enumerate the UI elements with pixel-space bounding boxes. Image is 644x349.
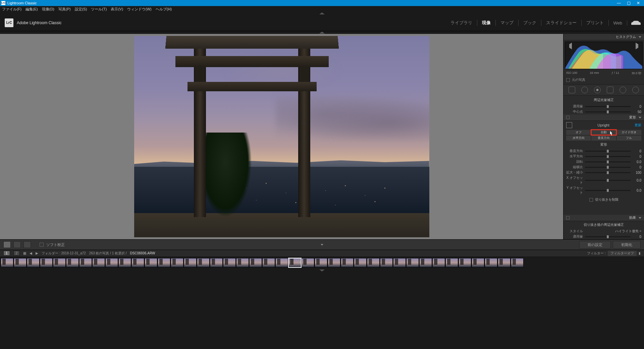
- close-icon[interactable]: ✕: [637, 1, 640, 5]
- module-tab-現像[interactable]: 現像: [477, 20, 496, 26]
- filmstrip-thumb[interactable]: [40, 258, 53, 267]
- filmstrip-thumb[interactable]: [472, 258, 484, 267]
- panel-toggle-icon[interactable]: [566, 216, 570, 219]
- upright-ガイド付き-button[interactable]: ガイド付き: [617, 130, 641, 135]
- filmstrip-thumb[interactable]: [184, 258, 197, 267]
- panel-header-histogram[interactable]: ヒストグラム: [564, 34, 644, 40]
- panel-header-transform[interactable]: 変形: [564, 114, 644, 121]
- filmstrip[interactable]: [0, 256, 644, 269]
- filter-dropdown[interactable]: フィルターオフ: [608, 251, 637, 256]
- filmstrip-thumb[interactable]: [288, 258, 301, 267]
- collapse-top-icon[interactable]: [0, 12, 644, 15]
- filmstrip-thumb[interactable]: [92, 258, 105, 267]
- filmstrip-thumb[interactable]: [406, 258, 419, 267]
- slider-適用量[interactable]: 適用量0: [564, 104, 644, 109]
- filmstrip-thumb[interactable]: [445, 258, 458, 267]
- filmstrip-thumb[interactable]: [275, 258, 288, 267]
- radial-tool-icon[interactable]: [620, 87, 626, 93]
- filmstrip-thumb[interactable]: [328, 258, 340, 267]
- menu-item[interactable]: ヘルプ(H): [156, 7, 172, 12]
- highlight-clip-icon[interactable]: [636, 43, 642, 49]
- filmstrip-thumb[interactable]: [1, 258, 13, 267]
- filmstrip-thumb[interactable]: [367, 258, 380, 267]
- filmstrip-thumb[interactable]: [158, 258, 170, 267]
- shadow-clip-icon[interactable]: [566, 43, 572, 49]
- filmstrip-thumb[interactable]: [197, 258, 210, 267]
- filmstrip-thumb[interactable]: [27, 258, 40, 267]
- menu-item[interactable]: 現像(D): [42, 7, 54, 12]
- module-tab-ライブラリ[interactable]: ライブラリ: [446, 20, 477, 26]
- collapse-header-icon[interactable]: [0, 31, 644, 34]
- grid-icon[interactable]: ▦: [23, 251, 26, 255]
- previous-settings-button[interactable]: 前の設定: [579, 241, 611, 249]
- redeye-tool-icon[interactable]: [594, 87, 601, 93]
- collapse-filmstrip-icon[interactable]: [0, 269, 644, 272]
- module-tab-Web[interactable]: Web: [609, 20, 628, 26]
- second-monitor-2[interactable]: 2: [13, 251, 20, 256]
- folder-path[interactable]: フォルダー : 2018-12-31_a72: [42, 251, 86, 256]
- menu-item[interactable]: ツール(T): [91, 7, 107, 12]
- filmstrip-thumb[interactable]: [66, 258, 79, 267]
- module-tab-スライドショー[interactable]: スライドショー: [541, 20, 582, 26]
- crop-tool-icon[interactable]: [569, 87, 575, 93]
- effects-style-dropdown[interactable]: ハイライト優先 ÷: [615, 229, 641, 234]
- minimize-icon[interactable]: —: [617, 1, 621, 5]
- slider-垂直方向[interactable]: 垂直方向0: [564, 148, 644, 154]
- original-checkbox[interactable]: 元の写真: [564, 76, 644, 84]
- filmstrip-thumb[interactable]: [262, 258, 275, 267]
- menu-item[interactable]: 表示(V): [111, 7, 123, 12]
- filmstrip-thumb[interactable]: [79, 258, 92, 267]
- filmstrip-thumb[interactable]: [498, 258, 511, 267]
- upright-自動-button[interactable]: 自動: [591, 130, 616, 135]
- filmstrip-thumb[interactable]: [341, 258, 354, 267]
- toolbar-dropdown-icon[interactable]: [320, 243, 324, 247]
- filmstrip-thumb[interactable]: [105, 258, 118, 267]
- filmstrip-thumb[interactable]: [419, 258, 432, 267]
- checkbox-icon[interactable]: [566, 78, 570, 82]
- filmstrip-thumb[interactable]: [236, 258, 249, 267]
- upright-水平方向-button[interactable]: 水平方向: [566, 136, 591, 141]
- filmstrip-thumb[interactable]: [302, 258, 314, 267]
- slider-適用量[interactable]: 適用量0: [564, 234, 644, 239]
- slider-水平方向[interactable]: 水平方向0: [564, 154, 644, 159]
- checkbox-icon[interactable]: [589, 198, 593, 202]
- canvas[interactable]: [0, 34, 563, 239]
- before-after-lr-icon[interactable]: [13, 241, 21, 248]
- filmstrip-thumb[interactable]: [393, 258, 406, 267]
- menu-item[interactable]: ファイル(F): [2, 7, 21, 12]
- filmstrip-thumb[interactable]: [459, 258, 471, 267]
- filmstrip-thumb[interactable]: [511, 258, 524, 267]
- module-tab-マップ[interactable]: マップ: [496, 20, 519, 26]
- panel-header-effects[interactable]: 効果: [564, 215, 644, 221]
- filmstrip-thumb[interactable]: [210, 258, 223, 267]
- filmstrip-thumb[interactable]: [145, 258, 157, 267]
- filmstrip-thumb[interactable]: [223, 258, 236, 267]
- loupe-view-icon[interactable]: [3, 241, 11, 248]
- reset-button[interactable]: 初期化: [613, 241, 641, 249]
- upright-オフ-button[interactable]: オフ: [566, 130, 591, 135]
- filmstrip-thumb[interactable]: [118, 258, 131, 267]
- upright-垂直方向-button[interactable]: 垂直方向: [591, 136, 616, 141]
- filmstrip-thumb[interactable]: [485, 258, 497, 267]
- grad-tool-icon[interactable]: [607, 87, 613, 93]
- filmstrip-thumb[interactable]: [14, 258, 26, 267]
- filmstrip-thumb[interactable]: [131, 258, 144, 267]
- nav-fwd-icon[interactable]: ▶: [36, 251, 38, 255]
- module-tab-プリント[interactable]: プリント: [582, 20, 609, 26]
- slider-中心点[interactable]: 中心点50: [564, 109, 644, 114]
- brush-tool-icon[interactable]: [632, 87, 639, 93]
- spot-tool-icon[interactable]: [581, 87, 588, 93]
- menu-item[interactable]: 設定(S): [75, 7, 87, 12]
- cloud-sync-icon[interactable]: [633, 21, 639, 25]
- histogram-display[interactable]: [565, 42, 643, 69]
- filmstrip-thumb[interactable]: [380, 258, 393, 267]
- slider-回転[interactable]: 回転0.0: [564, 159, 644, 164]
- panel-toggle-icon[interactable]: [566, 116, 570, 119]
- slider-拡大・縮小[interactable]: 拡大・縮小100: [564, 170, 644, 175]
- slider-Y オフセット[interactable]: Y オフセット0.0: [564, 185, 644, 195]
- filmstrip-thumb[interactable]: [432, 258, 445, 267]
- upright-guided-icon[interactable]: [566, 122, 572, 128]
- filmstrip-thumb[interactable]: [53, 258, 66, 267]
- menu-item[interactable]: 写真(P): [58, 7, 71, 12]
- before-after-tb-icon[interactable]: [23, 241, 31, 248]
